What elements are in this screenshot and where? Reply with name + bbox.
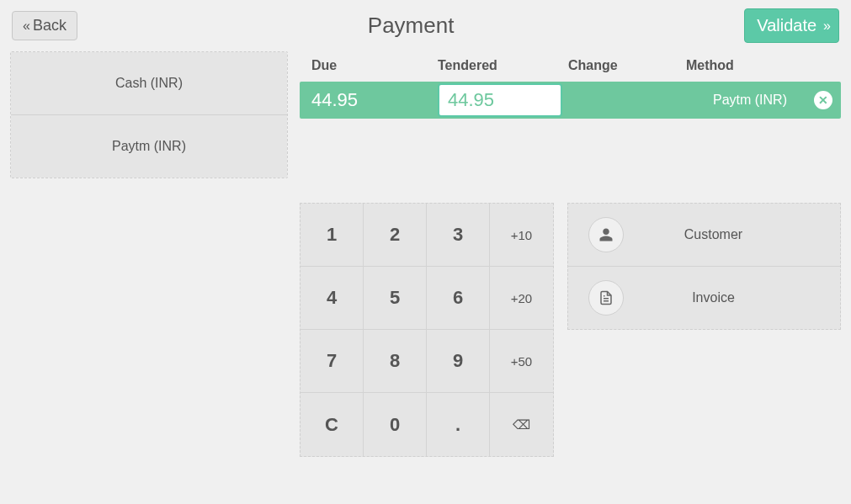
numpad-3[interactable]: 3 [427, 204, 490, 267]
delete-paymentline-button[interactable]: ✕ [814, 91, 832, 109]
validate-label: Validate [757, 16, 816, 35]
header-due: Due [311, 58, 438, 73]
paymentline-method: Paytm (INR) [686, 93, 814, 108]
tendered-input[interactable] [438, 83, 562, 117]
back-label: Back [33, 17, 66, 34]
numpad-plus50[interactable]: +50 [490, 330, 553, 393]
actions-panel: Customer Invoice [567, 203, 841, 330]
numpad-plus10[interactable]: +10 [490, 204, 553, 267]
numpad-4[interactable]: 4 [301, 267, 364, 330]
validate-button[interactable]: Validate » [744, 8, 839, 43]
back-button[interactable]: « Back [12, 11, 77, 40]
numpad-5[interactable]: 5 [364, 267, 427, 330]
customer-button[interactable]: Customer [568, 204, 840, 267]
chevron-left-icon: « [23, 19, 26, 34]
payment-method-list: Cash (INR) Paytm (INR) [10, 51, 288, 178]
numpad: 1 2 3 +10 4 5 6 +20 7 8 9 +50 C 0 . ⌫ [300, 203, 554, 457]
header-method: Method [686, 58, 829, 73]
customer-label: Customer [641, 227, 820, 242]
user-icon [588, 217, 624, 252]
page-title: Payment [368, 13, 455, 39]
numpad-2[interactable]: 2 [364, 204, 427, 267]
payment-method-paytm[interactable]: Paytm (INR) [11, 115, 287, 178]
paymentlines-header: Due Tendered Change Method [300, 51, 841, 82]
numpad-1[interactable]: 1 [301, 204, 364, 267]
close-icon: ✕ [818, 93, 828, 107]
payment-method-cash[interactable]: Cash (INR) [11, 52, 287, 115]
header-tendered: Tendered [438, 58, 568, 73]
numpad-backspace[interactable]: ⌫ [490, 393, 553, 456]
numpad-plus20[interactable]: +20 [490, 267, 553, 330]
numpad-7[interactable]: 7 [301, 330, 364, 393]
payment-method-label: Paytm (INR) [112, 139, 186, 153]
paymentline-row[interactable]: 44.95 Paytm (INR) ✕ [300, 82, 841, 119]
numpad-dot[interactable]: . [427, 393, 490, 456]
numpad-0[interactable]: 0 [364, 393, 427, 456]
backspace-icon: ⌫ [513, 417, 530, 432]
numpad-6[interactable]: 6 [427, 267, 490, 330]
invoice-button[interactable]: Invoice [568, 267, 840, 329]
chevron-right-icon: » [823, 19, 827, 34]
payment-method-label: Cash (INR) [115, 76, 183, 90]
document-icon [588, 280, 624, 316]
numpad-clear[interactable]: C [301, 393, 364, 456]
invoice-label: Invoice [641, 290, 820, 305]
header-change: Change [568, 58, 686, 73]
numpad-9[interactable]: 9 [427, 330, 490, 393]
paymentline-due: 44.95 [311, 89, 438, 111]
numpad-8[interactable]: 8 [364, 330, 427, 393]
